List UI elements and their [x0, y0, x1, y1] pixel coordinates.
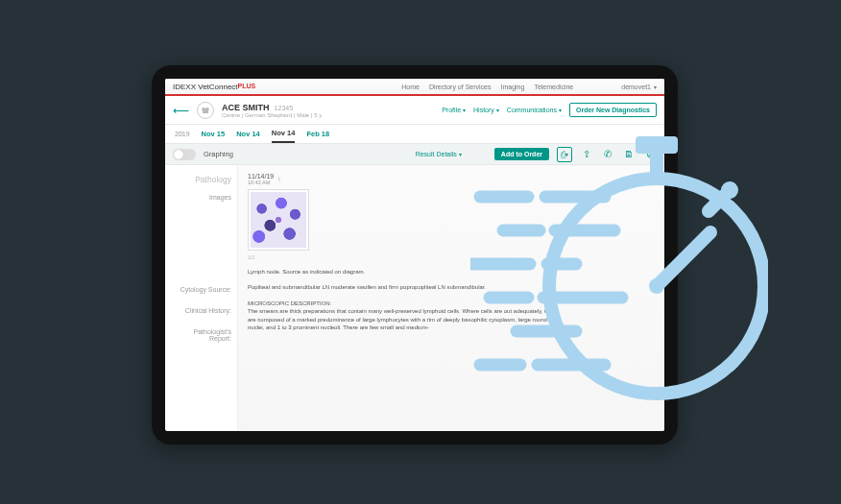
tab-nov-14-b[interactable]: Nov 14 — [272, 125, 296, 143]
top-nav: IDEXX VetConnectPLUS Home Directory of S… — [165, 79, 664, 96]
patient-bar: ⟵ ACE SMITH 12345 Canine | German Shephe… — [165, 96, 664, 125]
graphing-label: Graphing — [204, 150, 233, 158]
lab-icon: ⚕ — [277, 176, 281, 183]
svg-point-2 — [721, 181, 738, 199]
pathology-image-thumbnail[interactable] — [248, 189, 309, 251]
back-button[interactable]: ⟵ — [173, 104, 189, 117]
tablet-frame: IDEXX VetConnectPLUS Home Directory of S… — [152, 65, 678, 444]
result-details: 11/14/19 10:42 AM ⚕ 1/1 Lymph node. Sour… — [237, 165, 664, 431]
check-circle-icon: ⊘ — [646, 149, 654, 159]
pathology-title: Pathology — [171, 175, 231, 184]
brand-suffix: PLUS — [238, 83, 256, 89]
date-tabs: 2019 Nov 15 Nov 14 Nov 14 Feb 18 — [165, 125, 664, 144]
patient-name: ACE SMITH — [222, 103, 270, 112]
label-cytology-source: Cytology Source: — [171, 286, 231, 301]
profile-menu[interactable]: Profile▾ — [442, 107, 466, 113]
chevron-down-icon: ▾ — [565, 151, 568, 157]
chevron-down-icon: ▾ — [463, 107, 466, 113]
image-caption: 1/1 — [248, 254, 655, 260]
pathologist-report-value: MICROSCOPIC DESCRIPTION: The smears are … — [248, 300, 565, 332]
nav-telemedicine[interactable]: Telemedicine — [534, 84, 573, 90]
user-name: demovet1 — [621, 84, 651, 90]
patient-avatar — [197, 102, 214, 119]
share-icon: ⇪ — [583, 149, 590, 159]
check-button[interactable]: ⊘ — [643, 149, 657, 159]
brand-name: IDEXX VetConnect — [173, 83, 238, 91]
share-button[interactable]: ⇪ — [580, 149, 593, 159]
tab-feb-18[interactable]: Feb 18 — [306, 126, 329, 142]
cytology-source-value: Lymph node. Source as indicated on diagr… — [248, 268, 365, 276]
label-images: Images — [171, 194, 231, 209]
tab-nov-15[interactable]: Nov 15 — [202, 126, 226, 142]
document-button[interactable]: 🗎 — [622, 149, 636, 159]
chevron-down-icon: ▾ — [654, 84, 657, 90]
nav-home[interactable]: Home — [401, 84, 420, 90]
add-to-order-button[interactable]: Add to Order — [494, 148, 549, 160]
nav-directory[interactable]: Directory of Services — [429, 84, 492, 90]
clinical-history-value: Popliteal and submandibular LN moderate … — [248, 283, 486, 291]
chevron-down-icon: ▾ — [559, 107, 562, 113]
brand-logo: IDEXX VetConnectPLUS — [173, 83, 255, 91]
phone-icon: ✆ — [604, 149, 612, 159]
label-pathologist-report: Pathologist's Report: — [171, 328, 231, 344]
result-toolbar: Graphing Result Details▾ Add to Order ⎙▾… — [165, 144, 664, 165]
content-area: Pathology Images Cytology Source: Clinic… — [165, 165, 664, 431]
patient-id: 12345 — [275, 105, 293, 111]
tab-nov-14-a[interactable]: Nov 14 — [236, 126, 260, 142]
patient-subline: Canine | German Shepherd | Male | 5 y — [222, 112, 322, 118]
svg-line-3 — [709, 196, 724, 211]
order-diagnostics-button[interactable]: Order New Diagnostics — [569, 103, 657, 117]
cytology-slide-image — [251, 192, 306, 248]
dog-icon — [200, 105, 211, 116]
graphing-toggle[interactable] — [173, 149, 196, 160]
chevron-down-icon: ▾ — [459, 151, 462, 157]
patient-info: ACE SMITH 12345 Canine | German Shepherd… — [222, 103, 322, 118]
user-menu[interactable]: demovet1 ▾ — [621, 84, 657, 90]
label-clinical-history: Clinical History: — [171, 307, 231, 323]
result-details-menu[interactable]: Result Details▾ — [416, 151, 462, 157]
chevron-down-icon: ▾ — [496, 107, 499, 113]
phone-button[interactable]: ✆ — [601, 149, 614, 159]
year-label: 2019 — [175, 131, 190, 137]
nav-imaging[interactable]: Imaging — [500, 84, 524, 90]
app-screen: IDEXX VetConnectPLUS Home Directory of S… — [165, 79, 664, 431]
history-menu[interactable]: History▾ — [473, 107, 499, 113]
result-timestamp: 11/14/19 10:42 AM ⚕ — [248, 173, 655, 185]
row-labels: Pathology Images Cytology Source: Clinic… — [165, 165, 237, 431]
communications-menu[interactable]: Communications▾ — [507, 107, 562, 113]
print-button[interactable]: ⎙▾ — [557, 147, 572, 162]
document-icon: 🗎 — [624, 149, 634, 159]
